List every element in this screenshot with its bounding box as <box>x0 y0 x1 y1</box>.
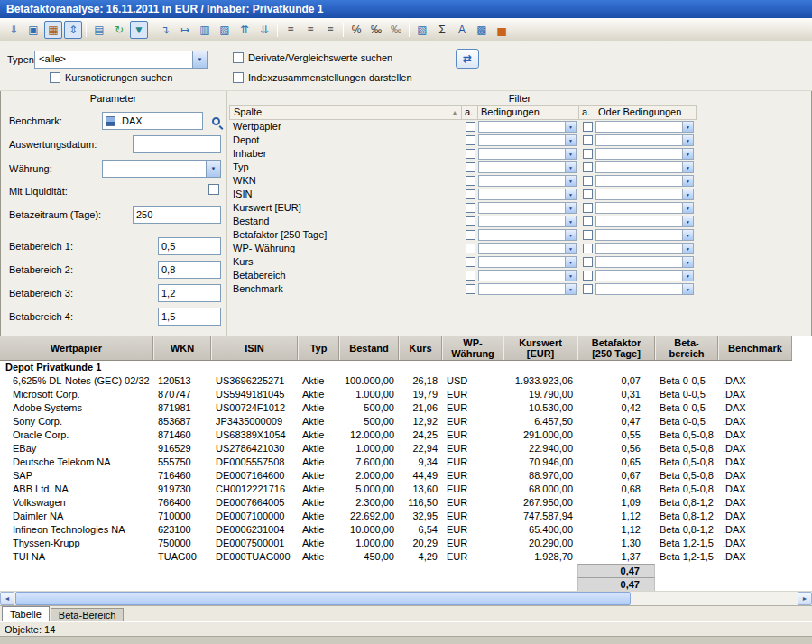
table-row[interactable]: Daimler NA710000DE0007100000Aktie22.692,… <box>0 510 792 523</box>
filter-condition-dropdown[interactable]: ▼ <box>478 175 579 187</box>
table-row[interactable]: Microsoft Corp.870747US5949181045Aktie1.… <box>0 388 792 401</box>
column-header[interactable]: Beta- bereich <box>655 336 718 360</box>
table-row[interactable]: ABB Ltd. NA919730CH0012221716Aktie5.000,… <box>0 483 792 496</box>
filter-column-name[interactable]: Benchmark <box>229 282 462 296</box>
filter-condition-dropdown[interactable]: ▼ <box>478 270 579 281</box>
table-row[interactable]: Sony Corp.853687JP3435000009Aktie500,001… <box>0 415 792 428</box>
chevron-down-icon[interactable]: ▼ <box>206 161 220 177</box>
scroll-right-button[interactable]: ► <box>798 592 812 605</box>
chevron-down-icon[interactable]: ▼ <box>682 257 693 267</box>
filter-or-condition-dropdown[interactable]: ▼ <box>595 134 697 146</box>
filter-column-name[interactable]: WKN <box>229 174 462 188</box>
betabereich1-input[interactable] <box>158 237 221 255</box>
filter-header-oder-bedingungen[interactable]: Oder Bedingungen <box>595 105 697 120</box>
highlight-icon[interactable]: ▧ <box>413 21 431 39</box>
auswertungsdatum-input[interactable] <box>133 135 221 153</box>
chevron-down-icon[interactable]: ▼ <box>565 203 576 213</box>
filter-icon[interactable]: ▼ <box>130 21 148 39</box>
align-right-icon[interactable]: ≡ <box>321 21 339 39</box>
condition-combobox[interactable]: ▼ <box>595 134 694 146</box>
filter-column-name[interactable]: Typ <box>229 161 462 174</box>
filter-and-checkbox[interactable] <box>462 257 478 267</box>
filter-and-checkbox[interactable] <box>462 271 478 281</box>
column-header[interactable]: Betafaktor [250 Tage] <box>577 336 655 360</box>
column-header[interactable]: Kurs <box>399 336 442 360</box>
condition-combobox[interactable]: ▼ <box>478 270 577 281</box>
derivate-checkbox[interactable]: Derivate/Vergleichswerte suchen <box>233 52 392 63</box>
filter-or-condition-dropdown[interactable]: ▼ <box>595 175 697 187</box>
condition-combobox[interactable]: ▼ <box>595 229 694 241</box>
fit-rows-icon[interactable]: ⇕ <box>64 21 82 39</box>
filter-condition-dropdown[interactable]: ▼ <box>478 189 579 200</box>
chevron-down-icon[interactable]: ▼ <box>682 162 693 172</box>
chevron-down-icon[interactable]: ▼ <box>565 122 576 132</box>
pivot-table-icon[interactable]: ▩ <box>473 21 491 39</box>
filter-or-condition-dropdown[interactable]: ▼ <box>595 161 697 173</box>
table-row[interactable]: Infineon Technologies NA623100DE00062310… <box>0 523 792 537</box>
filter-or-condition-dropdown[interactable]: ▼ <box>595 148 697 160</box>
column-header[interactable]: Wertpapier <box>0 336 153 360</box>
chevron-down-icon[interactable]: ▼ <box>565 271 576 281</box>
filter-column-name[interactable]: Wertpapier <box>229 120 462 133</box>
font-icon[interactable]: A <box>453 21 471 39</box>
filter-column-name[interactable]: Inhaber <box>229 147 462 161</box>
betabereich2-input[interactable] <box>158 261 221 279</box>
table-row[interactable]: Volkswagen766400DE0007664005Aktie2.300,0… <box>0 496 792 510</box>
copy-table-icon[interactable]: ▣ <box>24 21 42 39</box>
filter-column-name[interactable]: ISIN <box>229 188 462 201</box>
filter-or-checkbox[interactable] <box>579 203 595 213</box>
condition-combobox[interactable]: ▼ <box>478 229 577 241</box>
chevron-down-icon[interactable]: ▼ <box>682 271 693 281</box>
table-row[interactable]: Adobe Systems871981US00724F1012Aktie500,… <box>0 401 792 415</box>
filter-condition-dropdown[interactable]: ▼ <box>478 243 579 254</box>
chevron-down-icon[interactable]: ▼ <box>565 230 576 240</box>
chevron-down-icon[interactable]: ▼ <box>565 176 576 186</box>
condition-combobox[interactable]: ▼ <box>595 161 694 173</box>
condition-combobox[interactable]: ▼ <box>595 216 694 227</box>
condition-combobox[interactable]: ▼ <box>478 148 577 160</box>
column-header[interactable]: Typ <box>298 336 339 360</box>
horizontal-scrollbar[interactable]: ◄ ► <box>0 591 812 605</box>
condition-combobox[interactable]: ▼ <box>595 256 694 268</box>
chevron-down-icon[interactable]: ▼ <box>565 135 576 145</box>
filter-or-checkbox[interactable] <box>579 176 595 186</box>
filter-column-name[interactable]: WP- Währung <box>229 242 462 255</box>
kursnotierungen-checkbox[interactable]: Kursnotierungen suchen <box>50 72 172 83</box>
filter-or-checkbox[interactable] <box>579 216 595 226</box>
benchmark-field[interactable]: .DAX <box>102 112 203 130</box>
column-header[interactable]: Bestand <box>339 336 399 360</box>
condition-combobox[interactable]: ▼ <box>595 202 694 214</box>
chevron-down-icon[interactable]: ▼ <box>682 284 693 294</box>
filter-or-condition-dropdown[interactable]: ▼ <box>595 216 697 227</box>
condition-combobox[interactable]: ▼ <box>478 161 577 173</box>
filter-and-checkbox[interactable] <box>462 244 478 253</box>
filter-condition-dropdown[interactable]: ▼ <box>478 161 579 173</box>
column-header[interactable]: WKN <box>153 336 211 360</box>
sort-descending-icon[interactable]: ⇊ <box>255 21 273 39</box>
column-header[interactable]: Kurswert [EUR] <box>503 336 577 360</box>
chevron-down-icon[interactable]: ▼ <box>682 203 693 213</box>
filter-or-checkbox[interactable] <box>579 271 595 281</box>
filter-or-condition-dropdown[interactable]: ▼ <box>595 270 697 281</box>
filter-condition-dropdown[interactable]: ▼ <box>478 202 579 214</box>
export-icon[interactable]: ⇓ <box>5 21 23 39</box>
waehrung-dropdown[interactable]: ▼ <box>102 160 221 178</box>
column-header[interactable]: ISIN <box>211 336 298 360</box>
refresh-search-button[interactable]: ⇄ <box>456 49 479 69</box>
chevron-down-icon[interactable]: ▼ <box>565 162 576 172</box>
condition-combobox[interactable]: ▼ <box>478 283 577 295</box>
chevron-down-icon[interactable]: ▼ <box>682 149 693 159</box>
filter-header-bedingungen[interactable]: Bedingungen <box>478 105 579 120</box>
condition-combobox[interactable]: ▼ <box>595 121 694 133</box>
table-row[interactable]: SAP716460DE0007164600Aktie2.000,0044,49E… <box>0 469 792 483</box>
condition-combobox[interactable]: ▼ <box>478 189 577 200</box>
betabereich4-input[interactable] <box>158 308 221 326</box>
chevron-down-icon[interactable]: ▼ <box>565 189 576 199</box>
filter-or-checkbox[interactable] <box>579 135 595 145</box>
table-row[interactable]: Thyssen-Krupp750000DE0007500001Aktie1.00… <box>0 537 792 550</box>
index-checkbox[interactable]: Indexzusammenstellungen darstellen <box>233 72 412 83</box>
condition-combobox[interactable]: ▼ <box>478 216 577 227</box>
condition-combobox[interactable]: ▼ <box>595 270 694 281</box>
filter-or-checkbox[interactable] <box>579 122 595 132</box>
condition-combobox[interactable]: ▼ <box>595 175 694 187</box>
